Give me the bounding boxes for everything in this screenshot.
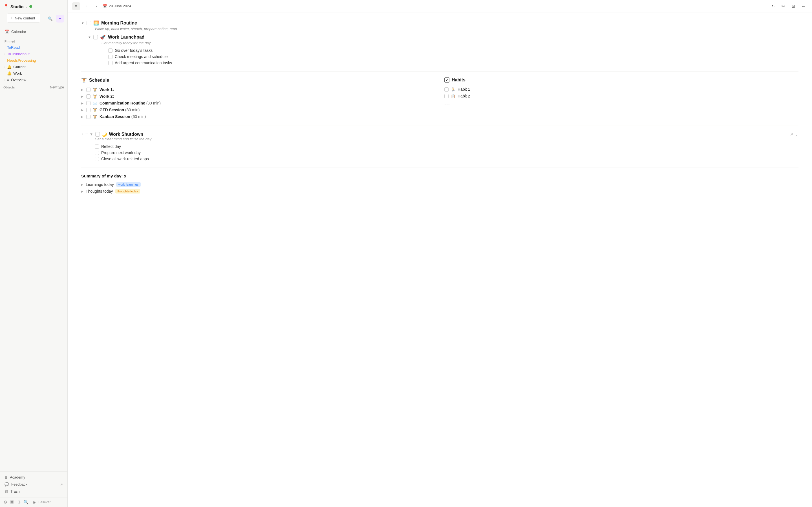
shutdown-task-row-2: Prepare next work day xyxy=(81,150,799,156)
cmd-icon[interactable]: ⌘ xyxy=(10,500,14,505)
task-label-2: Check meetings and schedule xyxy=(115,54,168,59)
send-icon[interactable]: ↗ xyxy=(790,132,794,136)
main-area: ≡ ‹ › 📅 29 June 2024 ↻ ✂ ⊡ ··· ▼ 🌅 Morni… xyxy=(68,0,812,507)
pinned-items: › ToRead › ToThinkAbout › NeedsProcessin… xyxy=(0,44,67,83)
collapse-btn[interactable]: ▼ xyxy=(90,132,93,136)
person-search-icon[interactable]: 🔍 xyxy=(23,500,29,505)
shutdown-task-1: Reflect day xyxy=(101,144,121,149)
shutdown-task-row-3: Close all work-related apps xyxy=(81,156,799,162)
new-content-button[interactable]: + New content xyxy=(7,13,40,22)
list-view-button[interactable]: ≡ xyxy=(72,2,80,10)
shutdown-task-checkbox-3[interactable] xyxy=(95,157,99,161)
new-type-button[interactable]: + New type xyxy=(47,86,64,89)
sidebar-spacer xyxy=(0,92,67,471)
moon-icon[interactable]: ☽ xyxy=(17,500,20,505)
summary-tag-2[interactable]: thoughts-today xyxy=(115,189,140,193)
summary-title: Summary of my day: x xyxy=(81,173,799,178)
habit2-label: Habit 2 xyxy=(458,94,470,98)
habit-checkbox-1[interactable] xyxy=(444,87,449,92)
search-button[interactable]: 🔍 xyxy=(46,15,54,22)
settings-icon[interactable]: ⚙ xyxy=(3,500,7,505)
summary-section: Summary of my day: x ▶ Learnings today w… xyxy=(81,173,799,194)
overview-label: Overview xyxy=(11,78,26,82)
schedule-checkbox-1[interactable] xyxy=(86,88,91,92)
work1-icon: 🏋️ xyxy=(93,88,97,92)
chevron-icon: › xyxy=(4,72,5,75)
task-checkbox-3[interactable] xyxy=(108,61,112,65)
studio-title[interactable]: 📍 Studio ⌄ xyxy=(3,4,32,9)
calendar-icon: 📅 xyxy=(4,30,9,34)
schedule-title: Schedule xyxy=(89,78,109,83)
sidebar-item-needsprocessing[interactable]: › NeedsProcessing xyxy=(2,57,65,64)
morning-routine-chevron[interactable]: ▼ xyxy=(81,21,84,25)
shutdown-checkbox[interactable] xyxy=(95,132,100,136)
summary-expand-1[interactable]: ▶ xyxy=(81,183,84,186)
schedule-checkbox-3[interactable] xyxy=(86,101,91,105)
drag-action-btn[interactable]: ⠿ xyxy=(85,132,88,136)
task-checkbox-1[interactable] xyxy=(108,48,112,53)
sidebar-item-calendar[interactable]: 📅 Calendar xyxy=(2,28,65,35)
summary-tag-1[interactable]: work-learnings xyxy=(116,182,141,187)
expand-icon[interactable]: ▶ xyxy=(81,88,84,91)
sidebar-item-current[interactable]: › 🔔 Current xyxy=(2,64,65,70)
expand-icon[interactable]: ▶ xyxy=(81,102,84,105)
habit2-icon: 📋 xyxy=(451,94,455,98)
sidebar-header: 📍 Studio ⌄ xyxy=(0,0,67,11)
sidebar-item-academy[interactable]: ⊞ Academy xyxy=(2,474,65,481)
sidebar-item-trash[interactable]: 🗑 Trash xyxy=(2,488,65,495)
cut-button[interactable]: ✂ xyxy=(779,2,787,10)
work2-icon: 🏋️ xyxy=(93,94,97,99)
work-launchpad-chevron[interactable]: ▼ xyxy=(88,36,91,39)
add-action-btn[interactable]: + xyxy=(81,132,84,136)
schedule-checkbox-4[interactable] xyxy=(86,108,91,112)
summary-label-2: Thoughts today xyxy=(86,189,113,193)
sidebar-item-toread[interactable]: › ToRead xyxy=(2,44,65,51)
sidebar-item-overview[interactable]: › ≡ Overview xyxy=(2,76,65,83)
online-dot xyxy=(29,5,32,8)
refresh-button[interactable]: ↻ xyxy=(769,2,777,10)
trash-icon: 🗑 xyxy=(4,489,8,494)
chevron-icon: › xyxy=(4,78,5,81)
expand-icon[interactable]: ▶ xyxy=(81,95,84,98)
user-dot-icon: ◉ xyxy=(33,500,36,504)
shutdown-task-checkbox-1[interactable] xyxy=(95,145,99,149)
morning-routine-title: Morning Routine xyxy=(101,20,137,25)
morning-routine-header: ▼ 🌅 Morning Routine xyxy=(81,19,799,27)
chevron-down-icon[interactable]: ⌄ xyxy=(795,132,799,136)
forward-button[interactable]: › xyxy=(93,2,100,10)
bell-icon: 🔔 xyxy=(7,65,11,69)
kanban-icon: 🏋️ xyxy=(93,115,97,119)
habit-checkbox-2[interactable] xyxy=(444,94,449,98)
shutdown-action-buttons: + ⠿ ▼ xyxy=(81,132,93,136)
summary-expand-2[interactable]: ▶ xyxy=(81,190,84,193)
magic-button[interactable]: ✦ xyxy=(56,15,64,22)
morning-routine-checkbox[interactable] xyxy=(87,21,91,25)
layout-button[interactable]: ⊡ xyxy=(790,2,797,10)
expand-icon[interactable]: ▶ xyxy=(81,115,84,118)
sidebar-item-tothinkabout[interactable]: › ToThinkAbout xyxy=(2,51,65,57)
work-launchpad-checkbox[interactable] xyxy=(93,35,98,40)
expand-icon[interactable]: ▶ xyxy=(81,108,84,112)
work-shutdown-section: + ⠿ ▼ 🌙 Work Shutdown ↗ ⌄ Get a clear mi… xyxy=(81,131,799,162)
schedule-checkbox-5[interactable] xyxy=(86,115,91,119)
divider-1 xyxy=(81,71,799,72)
sidebar-item-work[interactable]: › 🔔 Work xyxy=(2,70,65,76)
chevron-icon: › xyxy=(4,65,5,68)
shutdown-task-checkbox-2[interactable] xyxy=(95,151,99,155)
back-button[interactable]: ‹ xyxy=(82,2,90,10)
task-row: Go over today's tasks xyxy=(88,47,799,54)
toread-label: ToRead xyxy=(7,45,20,50)
chevron-icon: › xyxy=(4,52,5,55)
work-launchpad-subtitle: Get mentally ready for the day xyxy=(88,41,799,45)
kanban-label: Kanban Session (60 min) xyxy=(100,114,146,119)
task-row: Check meetings and schedule xyxy=(88,54,799,60)
work2-label: Work 2: xyxy=(100,94,114,99)
more-button[interactable]: ··· xyxy=(800,2,808,10)
schedule-checkbox-2[interactable] xyxy=(86,94,91,99)
task-checkbox-2[interactable] xyxy=(108,55,112,59)
calendar-label: Calendar xyxy=(11,30,26,34)
shutdown-row-wrapper: + ⠿ ▼ 🌙 Work Shutdown ↗ ⌄ xyxy=(81,131,799,137)
shutdown-subtitle: Get a clear mind and finish the day xyxy=(81,137,799,141)
sidebar-item-feedback[interactable]: 💬 Feedback ↗ xyxy=(2,481,65,488)
work-launchpad-section: ▼ 🚀 Work Launchpad Get mentally ready fo… xyxy=(88,33,799,66)
